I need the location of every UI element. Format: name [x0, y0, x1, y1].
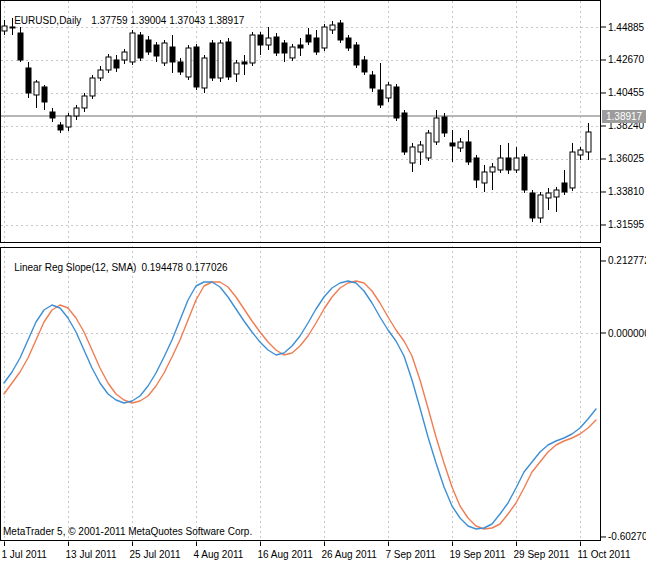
- candle: [106, 54, 111, 73]
- indicator-axis-label: -0.602709: [608, 531, 646, 542]
- candle: [218, 40, 223, 82]
- candle: [562, 170, 567, 195]
- candle: [98, 66, 103, 81]
- candle: [474, 155, 479, 188]
- candle: [378, 63, 383, 108]
- candle: [514, 147, 519, 173]
- price-axis-label: 1.36025: [608, 153, 645, 164]
- indicator-axis-label: 0.000000: [608, 328, 646, 339]
- candle-body-bear: [50, 112, 55, 118]
- indicator-panel-border[interactable]: [1, 248, 601, 541]
- candle: [426, 130, 431, 161]
- candle: [578, 147, 583, 160]
- candle: [458, 138, 463, 152]
- indicator-line-signal: [4, 281, 596, 529]
- candle-body-bear: [474, 158, 479, 180]
- candle: [258, 32, 263, 55]
- candle-body-bull: [290, 47, 295, 58]
- candle: [482, 165, 487, 192]
- candle-body-bull: [498, 158, 503, 170]
- candle-body-bull: [330, 25, 335, 30]
- candle: [522, 154, 527, 193]
- candle-body-bear: [562, 183, 567, 192]
- candle: [498, 145, 503, 173]
- candle-body-bear: [298, 45, 303, 48]
- candle: [114, 55, 119, 72]
- date-axis-label: 13 Jul 2011: [66, 549, 117, 560]
- candle-body-bear: [530, 193, 535, 218]
- candle: [586, 123, 591, 160]
- candle: [330, 21, 335, 34]
- date-axis-label: 25 Jul 2011: [130, 549, 181, 560]
- chart-title: EURUSD,Daily1.37759 1.39004 1.37043 1.38…: [3, 4, 244, 37]
- candle-body-bull: [218, 43, 223, 78]
- candle: [202, 55, 207, 93]
- candle-body-bear: [146, 40, 151, 52]
- candle-body-bear: [170, 47, 175, 62]
- date-axis-label: 1 Jul 2011: [2, 549, 48, 560]
- candle-body-bull: [66, 116, 71, 127]
- date-axis-label: 11 Oct 2011: [578, 549, 631, 560]
- candle: [146, 36, 151, 55]
- candle: [466, 130, 471, 165]
- candle-body-bear: [194, 47, 199, 87]
- copyright-text: MetaTrader 5, © 2001-2011 MetaQuotes Sof…: [3, 526, 252, 537]
- candle: [386, 82, 391, 102]
- candle-body-bear: [370, 75, 375, 88]
- candle: [322, 24, 327, 51]
- candle-body-bear: [154, 45, 159, 56]
- candle: [298, 38, 303, 56]
- candle-body-bull: [586, 132, 591, 152]
- candle: [226, 38, 231, 80]
- candle-body-bull: [426, 133, 431, 158]
- candle: [274, 33, 279, 56]
- candle-body-bull: [490, 167, 495, 172]
- candle-body-bull: [98, 70, 103, 78]
- candle: [242, 55, 247, 75]
- candle-body-bull: [570, 152, 575, 188]
- candle: [90, 75, 95, 99]
- candle: [346, 35, 351, 51]
- candle: [50, 108, 55, 122]
- date-axis-label: 29 Sep 2011: [514, 549, 570, 560]
- candle-body-bull: [106, 57, 111, 70]
- date-axis-label: 16 Aug 2011: [258, 549, 314, 560]
- indicator-title: Linear Reg Slope(12, SMA): [14, 262, 136, 273]
- candle-body-bull: [90, 78, 95, 96]
- price-axis-label: 1.40455: [608, 87, 645, 98]
- candle-body-bear: [226, 42, 231, 77]
- candle-body-bear: [58, 125, 63, 130]
- candle-body-bull: [322, 27, 327, 48]
- price-axis-label: 1.42670: [608, 54, 645, 65]
- candle-body-bull: [34, 82, 39, 95]
- candle-body-bear: [26, 68, 31, 93]
- candle: [58, 122, 63, 133]
- candle: [266, 27, 271, 50]
- candle: [122, 49, 127, 64]
- candle: [554, 187, 559, 212]
- mt5-chart-window: 1.448851.426701.404551.382401.360251.338…: [0, 0, 646, 569]
- candle-body-bear: [354, 45, 359, 65]
- candle: [282, 40, 287, 62]
- candle: [290, 44, 295, 61]
- candle-body-bear: [258, 35, 263, 45]
- candle-body-bear: [506, 158, 511, 170]
- candle-body-bull: [546, 193, 551, 198]
- indicator-line-slope: [4, 281, 596, 529]
- candle-body-bull: [538, 195, 543, 218]
- candle-body-bear: [314, 38, 319, 52]
- date-axis-label: 7 Sep 2011: [386, 549, 437, 560]
- candle: [354, 42, 359, 68]
- candle: [82, 93, 87, 112]
- candle: [186, 45, 191, 80]
- candle: [34, 80, 39, 108]
- candle-body-bear: [210, 43, 215, 78]
- price-axis: 1.448851.426701.404551.382401.360251.338…: [601, 22, 646, 543]
- candle: [170, 35, 175, 73]
- candle-body-bull: [418, 145, 423, 152]
- candle: [442, 113, 447, 137]
- candle: [42, 85, 47, 110]
- indicator-values: 0.194478 0.177026: [141, 262, 227, 273]
- chart-canvas[interactable]: 1.448851.426701.404551.382401.360251.338…: [0, 0, 646, 569]
- candle-body-bear: [466, 142, 471, 162]
